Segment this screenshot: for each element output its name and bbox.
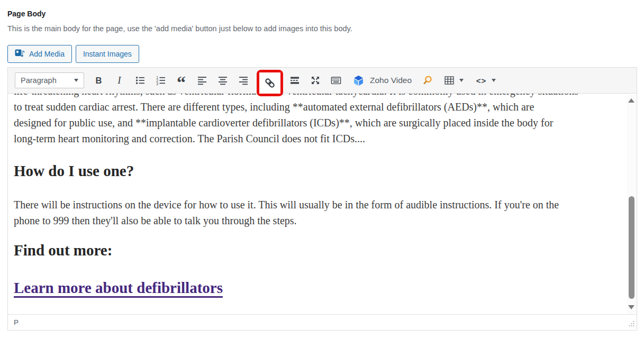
page-body-editor: Paragraph B I 123 “ (7, 67, 637, 331)
field-description: This is the main body for the page, use … (7, 24, 352, 33)
instant-images-label: Instant Images (83, 50, 132, 58)
toolbar-toggle-icon (331, 75, 341, 86)
insert-link-button[interactable] (259, 72, 280, 94)
add-media-icon (15, 49, 25, 59)
italic-button[interactable]: I (109, 70, 130, 91)
instant-images-button[interactable]: Instant Images (76, 45, 139, 63)
read-more-button[interactable] (284, 70, 305, 91)
bullet-list-button[interactable] (130, 70, 150, 91)
field-label: Page Body (7, 10, 46, 18)
read-more-icon (289, 75, 300, 86)
scroll-down-arrow-icon[interactable] (628, 305, 634, 309)
align-left-button[interactable] (192, 70, 212, 91)
search-icon (422, 75, 433, 86)
table-button[interactable] (439, 70, 459, 91)
search-button[interactable] (417, 70, 438, 91)
paragraph-line: designed for public use, and **implantab… (14, 115, 615, 131)
bold-button[interactable]: B (88, 70, 109, 91)
paragraph-line-clipped: life-threatening heart rhythms, such as … (14, 94, 615, 99)
zoho-video-button[interactable] (348, 70, 369, 91)
align-right-icon (238, 75, 249, 86)
align-left-icon (197, 75, 207, 86)
table-chevron-down-icon[interactable] (459, 79, 464, 82)
scrollbar-thumb[interactable] (629, 196, 634, 299)
editor-statusbar: P (8, 314, 637, 330)
fullscreen-icon (310, 75, 321, 86)
scroll-up-arrow-icon[interactable] (628, 98, 634, 103)
link-line: Learn more about defibrillators (14, 277, 615, 298)
heading-find-out-more: Find out more: (14, 240, 615, 260)
editor-content[interactable]: life-threatening heart rhythms, such as … (8, 94, 637, 314)
clipped-line-wrapper: life-threatening heart rhythms, such as … (14, 94, 615, 99)
numbered-list-icon: 123 (156, 75, 166, 86)
add-media-button[interactable]: Add Media (7, 45, 72, 63)
format-select[interactable]: Paragraph (15, 72, 84, 88)
code-icon: <> (476, 76, 487, 85)
paragraph-line: long-term heart monitoring and correctio… (14, 131, 615, 146)
heading-how-do-i-use-one: How do I use one? (14, 161, 615, 181)
format-select-value: Paragraph (21, 76, 57, 85)
media-buttons-row: Add Media Instant Images (7, 45, 139, 63)
toolbar-toggle-button[interactable] (325, 70, 346, 91)
link-highlight-annotation (257, 70, 283, 96)
zoho-cube-icon (353, 75, 364, 86)
align-right-button[interactable] (233, 70, 253, 91)
align-center-icon (217, 75, 228, 86)
blockquote-button[interactable]: “ (171, 70, 192, 91)
table-icon (444, 75, 455, 86)
element-path: P (14, 318, 19, 326)
editor-toolbar: Paragraph B I 123 “ (8, 68, 637, 94)
blockquote-icon: “ (177, 75, 186, 86)
paragraph-line: There will be instructions on the device… (14, 197, 615, 213)
bullet-list-icon (135, 75, 146, 86)
italic-icon: I (117, 75, 121, 86)
align-center-button[interactable] (212, 70, 233, 91)
resize-grip-icon[interactable] (628, 319, 634, 329)
zoho-video-label: Zoho Video (370, 76, 412, 85)
defibrillators-link[interactable]: Learn more about defibrillators (14, 279, 223, 296)
numbered-list-button[interactable]: 123 (150, 70, 171, 91)
code-chevron-down-icon[interactable] (492, 79, 496, 82)
paragraph-line: phone to 999 then they'll also be able t… (14, 213, 615, 228)
editor-scrollbar[interactable] (627, 95, 636, 313)
add-media-label: Add Media (29, 50, 65, 58)
bold-icon: B (96, 76, 102, 86)
chevron-down-icon (74, 79, 78, 82)
link-icon (264, 77, 276, 89)
svg-text:3: 3 (156, 82, 158, 86)
page-body-section: Page Body This is the main body for the … (0, 0, 644, 339)
paragraph-line: to treat sudden cardiac arrest. There ar… (14, 99, 615, 115)
code-button[interactable]: <> (471, 70, 492, 91)
fullscreen-button[interactable] (305, 70, 325, 91)
